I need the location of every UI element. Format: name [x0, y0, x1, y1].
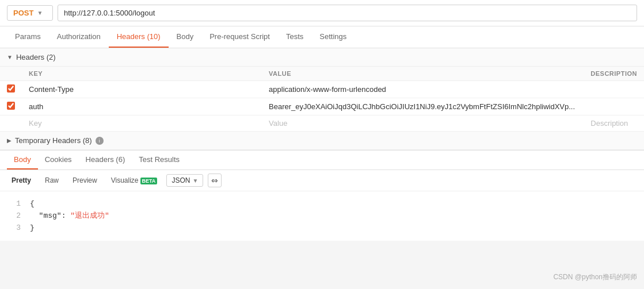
line-content-2: "msg": "退出成功" [30, 210, 109, 222]
info-icon[interactable]: i [96, 137, 104, 145]
col-value: VALUE [262, 67, 584, 81]
row2-value: Bearer_eyJ0eXAiOiJqd3QiLCJhbGciOiJIUzI1N… [269, 102, 575, 111]
collapse-arrow: ▼ [7, 54, 13, 60]
view-preview[interactable]: Preview [68, 174, 102, 187]
content-area: ▼ Headers (2) KEY VALUE DESCRIPTION Cont… [0, 48, 644, 150]
line-num-3: 3 [9, 222, 21, 234]
view-pretty[interactable]: Pretty [7, 174, 36, 187]
row1-value: application/x-www-form-urlencoded [269, 85, 386, 94]
line-num-2: 2 [9, 210, 21, 222]
response-tab-cookies[interactable]: Cookies [38, 151, 79, 169]
json-line-2: 2 "msg": "退出成功" [9, 210, 635, 222]
row2-key: auth [29, 102, 43, 111]
top-bar: POST ▼ [0, 0, 644, 26]
format-select[interactable]: JSON ▼ [166, 174, 203, 187]
placeholder-value: Value [269, 119, 287, 128]
wrap-icon[interactable]: ⇔ [208, 174, 222, 187]
format-chevron: ▼ [192, 178, 198, 184]
table-row: Content-Type application/x-www-form-urle… [0, 81, 644, 98]
placeholder-desc: Description [590, 119, 628, 128]
json-output: 1 { 2 "msg": "退出成功" 3 } [0, 191, 644, 241]
headers-section-header[interactable]: ▼ Headers (2) [0, 48, 644, 67]
temp-headers-section[interactable]: ▶ Temporary Headers (8) i [0, 132, 644, 150]
json-line-1: 1 { [9, 198, 635, 210]
method-select[interactable]: POST ▼ [7, 5, 53, 21]
view-raw[interactable]: Raw [40, 174, 63, 187]
line-num-1: 1 [9, 198, 21, 210]
temp-arrow: ▶ [7, 137, 12, 144]
headers-section-title: Headers (2) [16, 53, 56, 61]
line-content-1: { [30, 198, 35, 210]
table-row-placeholder: Key Value Description [0, 115, 644, 132]
response-tabs-bar: Body Cookies Headers (6) Test Results [0, 150, 644, 170]
tab-headers[interactable]: Headers (10) [109, 26, 169, 48]
response-tab-body[interactable]: Body [7, 151, 38, 169]
temp-section-title: Temporary Headers (8) [15, 136, 92, 145]
request-tabs-bar: Params Authorization Headers (10) Body P… [0, 26, 644, 48]
col-key: KEY [22, 67, 262, 81]
tab-prerequest[interactable]: Pre-request Script [201, 26, 278, 48]
method-chevron: ▼ [37, 10, 43, 16]
json-line-3: 3 } [9, 222, 635, 234]
tab-settings[interactable]: Settings [311, 26, 355, 48]
response-tab-testresults[interactable]: Test Results [132, 151, 186, 169]
row1-checkbox[interactable] [7, 84, 15, 93]
response-toolbar: Pretty Raw Preview VisualizeBETA JSON ▼ … [0, 170, 644, 191]
placeholder-key: Key [29, 119, 41, 128]
tab-tests[interactable]: Tests [278, 26, 311, 48]
format-label: JSON [172, 176, 190, 184]
line-content-3: } [30, 222, 35, 234]
url-input[interactable] [58, 5, 637, 21]
tab-body[interactable]: Body [169, 26, 202, 48]
response-tab-headers[interactable]: Headers (6) [79, 151, 132, 169]
row2-checkbox[interactable] [7, 102, 15, 110]
beta-badge: BETA [140, 178, 158, 184]
headers-table: KEY VALUE DESCRIPTION Content-Type appli… [0, 67, 644, 132]
row1-key: Content-Type [29, 85, 74, 94]
tab-authorization[interactable]: Authorization [49, 26, 109, 48]
col-description: DESCRIPTION [584, 67, 644, 81]
table-row: auth Bearer_eyJ0eXAiOiJqd3QiLCJhbGciOiJI… [0, 98, 644, 115]
view-visualize[interactable]: VisualizeBETA [106, 174, 162, 187]
method-label: POST [13, 9, 33, 17]
tab-params[interactable]: Params [7, 26, 49, 48]
